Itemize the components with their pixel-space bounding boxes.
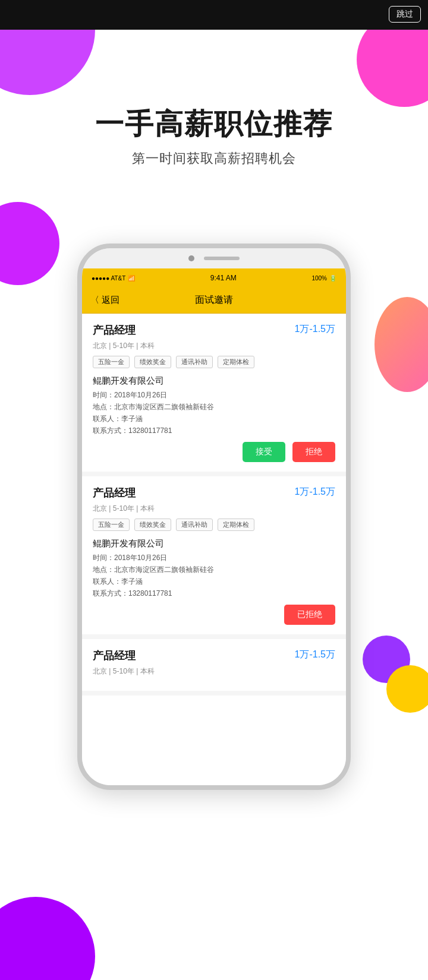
volume-down-button [77,373,79,403]
headline-section: 一手高薪职位推荐 第一时间获取高薪招聘机会 [0,30,428,167]
job-tags-2: 五险一金 绩效奖金 通讯补助 定期体检 [93,519,335,531]
headline-subtitle: 第一时间获取高薪招聘机会 [0,150,428,167]
front-camera [188,255,194,261]
job-card-2: 产品经理 1万-1.5万 北京 | 5-10年 | 本科 五险一金 绩效奖金 通… [82,476,346,639]
phone-notch [82,248,346,268]
skip-button[interactable]: 跳过 [389,6,421,23]
job-card-1: 产品经理 1万-1.5万 北京 | 5-10年 | 本科 五险一金 绩效奖金 通… [82,314,346,476]
back-label: 〈 返回 [90,295,119,306]
tag-2-2: 绩效奖金 [134,519,171,531]
accept-button-1[interactable]: 接受 [243,442,285,462]
mute-button [77,308,79,325]
decorative-blob-mid-right [374,297,428,392]
status-carrier: ●●●●● AT&T 📶 [92,275,135,282]
company-location-2: 地点：北京市海淀区西二旗领袖新硅谷 [93,565,335,575]
tag-1-2: 绩效奖金 [134,356,171,368]
power-button [349,320,351,349]
job-card-2-header: 产品经理 1万-1.5万 [93,486,335,500]
job-card-3: 产品经理 1万-1.5万 北京 | 5-10年 | 本科 [82,639,346,696]
tag-1-3: 通讯补助 [176,356,213,368]
company-location-1: 地点：北京市海淀区西二旗领袖新硅谷 [93,402,335,412]
company-phone-1: 联系方式：13280117781 [93,426,335,436]
reject-button-1[interactable]: 拒绝 [292,442,335,462]
status-time: 9:41 AM [210,274,237,282]
battery-icon: 🔋 [329,275,336,282]
decorative-blob-lower-right-purple [363,636,410,683]
top-bar: 跳过 [0,0,428,30]
phone-speaker [204,257,240,260]
job-meta-2: 北京 | 5-10年 | 本科 [93,504,335,514]
company-phone-2: 联系方式：13280117781 [93,589,335,599]
job-card-3-header: 产品经理 1万-1.5万 [93,649,335,663]
tag-2-1: 五险一金 [93,519,130,531]
company-time-2: 时间：2018年10月26日 [93,553,335,563]
tag-2-3: 通讯补助 [176,519,213,531]
company-contact-2: 联系人：李子涵 [93,577,335,587]
phone-frame: ●●●●● AT&T 📶 9:41 AM 100% 🔋 〈 返回 面试邀请 产品… [77,244,351,790]
phone-content: 产品经理 1万-1.5万 北京 | 5-10年 | 本科 五险一金 绩效奖金 通… [82,314,346,785]
volume-up-button [77,334,79,364]
job-meta-3: 北京 | 5-10年 | 本科 [93,666,335,676]
carrier-text: ●●●●● AT&T [92,275,125,282]
job-tags-1: 五险一金 绩效奖金 通讯补助 定期体检 [93,356,335,368]
decorative-blob-lower-right-yellow [386,665,428,713]
job-title-3: 产品经理 [93,649,136,663]
wifi-icon: 📶 [128,275,135,282]
tag-1-1: 五险一金 [93,356,130,368]
card-2-actions: 已拒绝 [93,605,335,625]
status-battery: 100% 🔋 [311,275,336,282]
tag-2-4: 定期体检 [218,519,254,531]
job-meta-1: 北京 | 5-10年 | 本科 [93,341,335,351]
status-bar: ●●●●● AT&T 📶 9:41 AM 100% 🔋 [82,268,346,287]
job-salary-1: 1万-1.5万 [295,323,335,336]
decorative-blob-mid-left [0,202,59,285]
company-name-1: 鲲鹏开发有限公司 [93,375,335,387]
nav-title: 面试邀请 [195,294,233,306]
company-time-1: 时间：2018年10月26日 [93,390,335,400]
phone-mockup: ●●●●● AT&T 📶 9:41 AM 100% 🔋 〈 返回 面试邀请 产品… [77,244,351,944]
nav-back-button[interactable]: 〈 返回 [90,295,119,306]
rejected-button-2[interactable]: 已拒绝 [284,605,335,625]
job-card-1-header: 产品经理 1万-1.5万 [93,323,335,337]
job-salary-2: 1万-1.5万 [295,486,335,498]
job-title-1: 产品经理 [93,323,136,337]
company-name-2: 鲲鹏开发有限公司 [93,538,335,549]
nav-bar: 〈 返回 面试邀请 [82,287,346,314]
battery-text: 100% [311,275,327,282]
job-salary-3: 1万-1.5万 [295,649,335,661]
card-1-actions: 接受 拒绝 [93,442,335,462]
tag-1-4: 定期体检 [218,356,254,368]
job-title-2: 产品经理 [93,486,136,500]
headline-title: 一手高薪职位推荐 [0,107,428,141]
company-contact-1: 联系人：李子涵 [93,414,335,424]
